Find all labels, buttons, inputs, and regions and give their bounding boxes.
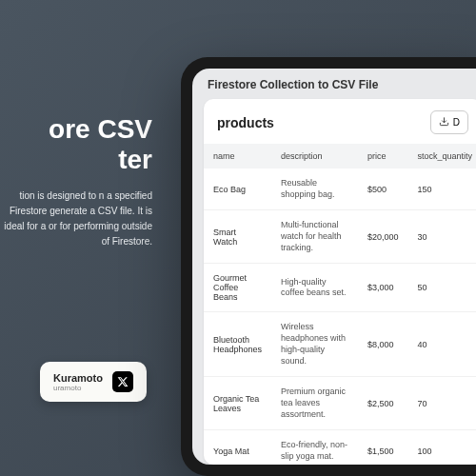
author-card[interactable]: Kuramoto uramoto <box>40 362 147 402</box>
download-button[interactable]: D <box>430 110 468 134</box>
table-row: Bluetooth HeadphonesWireless headphones … <box>204 312 476 377</box>
tablet-frame: Firestore Collection to CSV File product… <box>181 57 476 476</box>
download-label: D <box>453 117 460 128</box>
hero-title-line2: ter <box>118 145 152 174</box>
download-icon <box>439 116 449 129</box>
cell-description: Reusable shopping bag. <box>271 169 358 210</box>
table-row: Smart WatchMulti-functional watch for he… <box>204 210 476 264</box>
cell-description: Multi-functional watch for health tracki… <box>271 210 358 264</box>
cell-description: Eco-friendly, non-slip yoga mat. <box>271 430 358 465</box>
cell-description: Premium organic tea leaves assortment. <box>271 377 358 430</box>
author-handle: uramoto <box>53 384 103 392</box>
cell-name: Eco Bag <box>204 169 271 210</box>
col-stock: stock_quantity <box>407 144 476 169</box>
cell-stock: 50 <box>407 264 476 312</box>
cell-name: Organic Tea Leaves <box>204 377 271 430</box>
cell-name: Yoga Mat <box>204 430 271 465</box>
cell-description: Wireless headphones with high-quality so… <box>271 312 358 377</box>
cell-description: High-quality coffee beans set. <box>271 264 358 312</box>
col-price: price <box>358 144 408 169</box>
cell-name: Smart Watch <box>204 210 271 264</box>
app-header: Firestore Collection to CSV File <box>192 69 476 99</box>
card-header: products D <box>204 99 476 144</box>
table-header-row: name description price stock_quantity <box>204 144 476 169</box>
cell-price: $2,500 <box>358 377 408 430</box>
content-card: products D name description price stock_… <box>204 99 476 465</box>
cell-price: $500 <box>358 169 408 210</box>
app-screen: Firestore Collection to CSV File product… <box>192 69 476 465</box>
hero-title-line1: ore CSV <box>49 114 152 144</box>
table-row: Yoga MatEco-friendly, non-slip yoga mat.… <box>204 430 476 465</box>
cell-price: $1,500 <box>358 430 408 465</box>
cell-stock: 70 <box>407 377 476 430</box>
cell-name: Bluetooth Headphones <box>204 312 271 377</box>
table-row: Gourmet Coffee BeansHigh-quality coffee … <box>204 264 476 312</box>
table-row: Eco BagReusable shopping bag.$500150 <box>204 169 476 210</box>
x-icon <box>112 371 133 392</box>
cell-price: $20,000 <box>358 210 408 264</box>
hero-panel: ore CSV ter tion is designed to n a spec… <box>0 114 162 249</box>
cell-price: $8,000 <box>358 312 408 377</box>
cell-name: Gourmet Coffee Beans <box>204 264 271 312</box>
author-text: Kuramoto uramoto <box>53 372 103 392</box>
cell-stock: 30 <box>407 210 476 264</box>
cell-stock: 100 <box>407 430 476 465</box>
card-title: products <box>217 115 274 130</box>
hero-title: ore CSV ter <box>0 114 162 175</box>
table-row: Organic Tea LeavesPremium organic tea le… <box>204 377 476 430</box>
col-name: name <box>204 144 271 169</box>
cell-price: $3,000 <box>358 264 408 312</box>
cell-stock: 40 <box>407 312 476 377</box>
col-description: description <box>271 144 358 169</box>
products-table: name description price stock_quantity Ec… <box>204 144 476 465</box>
hero-description: tion is designed to n a specified Firest… <box>0 188 162 249</box>
cell-stock: 150 <box>407 169 476 210</box>
author-name: Kuramoto <box>53 372 103 384</box>
